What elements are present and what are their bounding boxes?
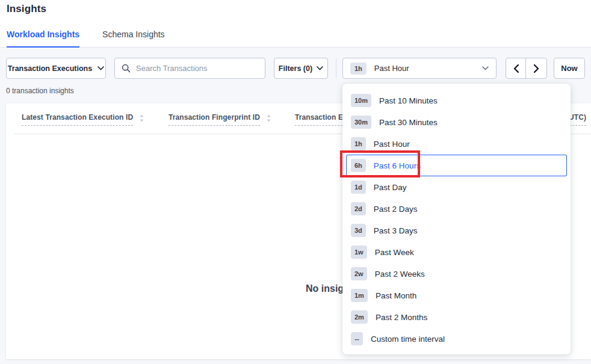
time-interval-badge: 1w [351, 245, 367, 259]
time-range-label: Past Hour [374, 64, 409, 73]
search-box[interactable] [114, 58, 265, 79]
time-prev-button[interactable] [506, 58, 527, 79]
page-title: Insights [7, 3, 46, 15]
search-icon [122, 64, 131, 73]
time-interval-badge: 2d [351, 202, 366, 215]
toolbar-divider [336, 58, 336, 78]
time-interval-label: Past Hour [374, 140, 410, 149]
time-interval-badge: 2m [351, 310, 368, 324]
filters-button[interactable]: Filters (0) [274, 58, 328, 79]
time-interval-option[interactable]: 1d Past Day [346, 176, 567, 198]
time-range-selector[interactable]: 1h Past Hour [342, 58, 497, 79]
sort-icon [266, 114, 271, 122]
time-interval-label: Past 10 Minutes [379, 96, 438, 105]
time-interval-badge: 6h [351, 159, 366, 172]
chevron-down-icon [97, 66, 104, 70]
filters-label: Filters (0) [279, 64, 312, 73]
time-interval-option[interactable]: 2d Past 2 Days [346, 198, 567, 220]
view-selector-label: Transaction Executions [8, 64, 92, 73]
tab-bar: Workload InsightsSchema Insights [7, 26, 165, 48]
time-interval-badge: 3d [351, 224, 366, 237]
time-interval-option[interactable]: 1h Past Hour [346, 133, 567, 155]
time-interval-option[interactable]: 3d Past 3 Days [346, 220, 567, 241]
time-interval-label: Past Month [376, 291, 416, 300]
time-interval-label: Custom time interval [371, 335, 445, 344]
time-interval-label: Past 3 Days [374, 226, 418, 235]
tab[interactable]: Schema Insights [102, 26, 165, 48]
time-interval-option[interactable]: 1m Past Month [346, 285, 567, 306]
insights-count-text: 0 transaction insights [6, 87, 74, 95]
time-interval-option[interactable]: 2w Past 2 Weeks [346, 263, 567, 285]
time-interval-dropdown: 10m Past 10 Minutes 30m Past 30 Minutes … [342, 84, 571, 354]
time-interval-label: Past 6 Hours [374, 161, 421, 170]
now-button[interactable]: Now [554, 58, 585, 79]
time-interval-label: Past Week [375, 248, 414, 257]
time-interval-badge: 2w [351, 267, 367, 280]
sort-icon [139, 114, 144, 122]
time-interval-option[interactable]: -- Custom time interval [346, 328, 567, 350]
time-interval-option[interactable]: 30m Past 30 Minutes [346, 111, 567, 133]
time-interval-label: Past 2 Weeks [375, 270, 425, 279]
chevron-right-icon [534, 64, 539, 73]
time-interval-option[interactable]: 1w Past Week [346, 241, 567, 263]
tab[interactable]: Workload Insights [7, 26, 79, 48]
chevron-down-icon [317, 66, 323, 70]
time-interval-badge: 1h [351, 137, 366, 150]
search-input[interactable] [136, 64, 258, 73]
time-range-badge: 1h [350, 63, 367, 75]
chevron-left-icon [513, 64, 519, 73]
time-interval-option[interactable]: 10m Past 10 Minutes [346, 90, 567, 111]
time-next-button[interactable] [525, 58, 547, 79]
page-header: Insights Workload InsightsSchema Insight… [0, 0, 591, 48]
time-interval-option[interactable]: 6h Past 6 Hours [346, 155, 567, 176]
table-column-header[interactable]: Transaction Fingerprint ID [169, 113, 271, 126]
chevron-down-icon [482, 66, 489, 70]
view-selector-button[interactable]: Transaction Executions [6, 58, 106, 79]
time-interval-badge: 1d [351, 180, 366, 194]
time-interval-label: Past Day [374, 183, 407, 192]
time-interval-badge: 1m [351, 289, 368, 302]
now-label: Now [561, 64, 577, 73]
time-interval-label: Past 2 Months [376, 313, 427, 322]
time-interval-label: Past 30 Minutes [379, 118, 438, 127]
time-interval-badge: 30m [351, 116, 371, 129]
table-column-header[interactable]: Latest Transaction Execution ID [22, 113, 144, 126]
time-interval-option[interactable]: 2m Past 2 Months [346, 306, 567, 328]
column-label: Latest Transaction Execution ID [22, 113, 133, 126]
time-interval-label: Past 2 Days [374, 205, 418, 214]
insights-page: Insights Workload InsightsSchema Insight… [0, 0, 591, 364]
time-interval-badge: -- [351, 332, 363, 345]
time-interval-badge: 10m [351, 94, 371, 107]
column-label: Transaction Fingerprint ID [169, 113, 260, 126]
